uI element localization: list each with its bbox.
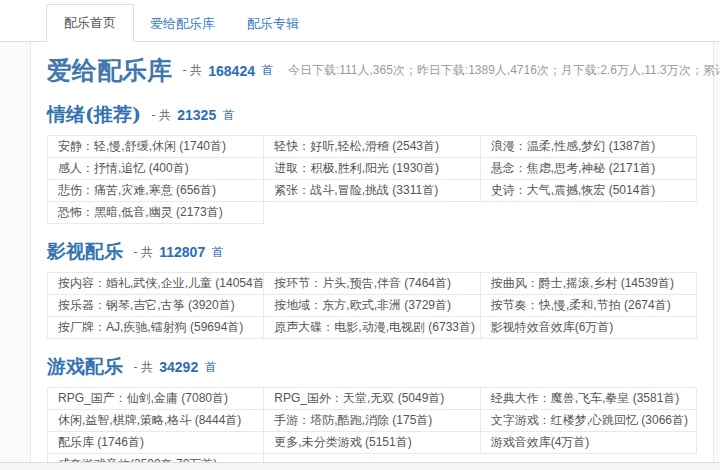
category-cell[interactable]: 经典大作：魔兽,飞车,拳皇 (3581首) xyxy=(480,388,696,410)
category-cell[interactable]: 游戏音效库(4万首) xyxy=(480,432,696,454)
tab-bar: 配乐首页爱给配乐库配乐专辑 xyxy=(46,4,315,42)
total-count: 168424 xyxy=(208,63,255,79)
footer-strip xyxy=(0,462,720,470)
table-row: 感人：抒情,追忆 (400首)进取：积极,胜利,阳光 (1930首)悬念：焦虑,… xyxy=(48,158,697,180)
category-table: 按内容：婚礼,武侠,企业,儿童 (14054首)按环节：片头,预告,伴音 (74… xyxy=(47,272,697,339)
section-title: 游戏配乐 xyxy=(47,355,123,377)
download-stats: 今日下载:111人,365次；昨日下载:1389人,4716次；月下载:2.6万… xyxy=(288,63,720,77)
section-count: 34292 xyxy=(159,359,198,375)
category-cell[interactable]: RPG_国外：天堂,无双 (5049首) xyxy=(264,388,480,410)
total-count-prefix: - 共 xyxy=(182,63,201,77)
section-count-suffix: 首 xyxy=(212,245,224,259)
category-cell[interactable]: 浪漫：温柔,性感,梦幻 (1387首) xyxy=(480,136,696,158)
category-cell[interactable]: 史诗：大气,震撼,恢宏 (5014首) xyxy=(480,180,696,202)
category-cell[interactable]: 按环节：片头,预告,伴音 (7464首) xyxy=(264,273,480,295)
section-header: 游戏配乐 - 共 34292 首 xyxy=(47,354,697,380)
category-cell[interactable]: 影视特效音效库(6万首) xyxy=(480,317,696,339)
sections: 情绪(推荐) - 共 21325 首 安静：轻,慢,舒缓,休闲 (1740首)轻… xyxy=(47,102,697,470)
total-count-suffix: 首 xyxy=(261,63,273,77)
table-row: 按乐器：钢琴,吉它,古筝 (3920首)按地域：东方,欧式,非洲 (3729首)… xyxy=(48,295,697,317)
category-table: 安静：轻,慢,舒缓,休闲 (1740首)轻快：好听,轻松,滑稽 (2543首)浪… xyxy=(47,135,697,224)
table-row: 休闲,益智,棋牌,策略,格斗 (8444首)手游：塔防,酷跑,消除 (175首)… xyxy=(48,410,697,432)
category-cell[interactable]: 按地域：东方,欧式,非洲 (3729首) xyxy=(264,295,480,317)
category-cell[interactable]: 按厂牌：AJ,疾驰,镭射狗 (59694首) xyxy=(48,317,264,339)
category-cell[interactable]: 进取：积极,胜利,阳光 (1930首) xyxy=(264,158,480,180)
category-cell[interactable]: 手游：塔防,酷跑,消除 (175首) xyxy=(264,410,480,432)
category-cell[interactable]: 文字游戏：红楼梦,心跳回忆 (3066首) xyxy=(480,410,696,432)
category-cell[interactable]: 悬念：焦虑,思考,神秘 (2171首) xyxy=(480,158,696,180)
section-count: 112807 xyxy=(159,244,205,260)
empty-cell xyxy=(264,202,480,224)
table-row: 安静：轻,慢,舒缓,休闲 (1740首)轻快：好听,轻松,滑稽 (2543首)浪… xyxy=(48,136,697,158)
category-cell[interactable]: RPG_国产：仙剑,金庸 (7080首) xyxy=(48,388,264,410)
category-cell[interactable]: 紧张：战斗,冒险,挑战 (3311首) xyxy=(264,180,480,202)
category-cell[interactable]: 悲伤：痛苦,灾难,寒意 (656首) xyxy=(48,180,264,202)
section-title: 情绪(推荐) xyxy=(47,103,141,125)
category-cell[interactable]: 感人：抒情,追忆 (400首) xyxy=(48,158,264,180)
section-count-prefix: - 共 xyxy=(133,245,152,259)
category-cell[interactable]: 按乐器：钢琴,吉它,古筝 (3920首) xyxy=(48,295,264,317)
tab-2[interactable]: 爱给配乐库 xyxy=(134,6,231,42)
section-count-suffix: 首 xyxy=(223,108,235,122)
table-row: 按内容：婚礼,武侠,企业,儿童 (14054首)按环节：片头,预告,伴音 (74… xyxy=(48,273,697,295)
section-title: 影视配乐 xyxy=(47,240,123,262)
category-cell[interactable]: 按曲风：爵士,摇滚,乡村 (14539首) xyxy=(480,273,696,295)
category-cell[interactable]: 配乐库 (1746首) xyxy=(48,432,264,454)
section-count: 21325 xyxy=(177,107,216,123)
page-title: 爱给配乐库 xyxy=(47,56,172,85)
section-count-prefix: - 共 xyxy=(133,360,152,374)
table-row: RPG_国产：仙剑,金庸 (7080首)RPG_国外：天堂,无双 (5049首)… xyxy=(48,388,697,410)
category-cell[interactable]: 安静：轻,慢,舒缓,休闲 (1740首) xyxy=(48,136,264,158)
section: 情绪(推荐) - 共 21325 首 安静：轻,慢,舒缓,休闲 (1740首)轻… xyxy=(47,102,697,224)
section-header: 影视配乐 - 共 112807 首 xyxy=(47,239,697,265)
table-row: 悲伤：痛苦,灾难,寒意 (656首)紧张：战斗,冒险,挑战 (3311首)史诗：… xyxy=(48,180,697,202)
library-header: 爱给配乐库 - 共 168424 首 今日下载:111人,365次；昨日下载:1… xyxy=(47,54,697,87)
tab-1[interactable]: 配乐首页 xyxy=(46,4,134,42)
section-count-suffix: 首 xyxy=(205,360,217,374)
content-panel: 爱给配乐库 - 共 168424 首 今日下载:111人,365次；昨日下载:1… xyxy=(30,42,714,462)
category-cell[interactable]: 更多,未分类游戏 (5151首) xyxy=(264,432,480,454)
table-row: 按厂牌：AJ,疾驰,镭射狗 (59694首)原声大碟：电影,动漫,电视剧 (67… xyxy=(48,317,697,339)
section: 游戏配乐 - 共 34292 首 RPG_国产：仙剑,金庸 (7080首)RPG… xyxy=(47,354,697,470)
section: 影视配乐 - 共 112807 首 按内容：婚礼,武侠,企业,儿童 (14054… xyxy=(47,239,697,339)
section-count-prefix: - 共 xyxy=(151,108,170,122)
category-cell[interactable]: 原声大碟：电影,动漫,电视剧 (6733首) xyxy=(264,317,480,339)
category-cell[interactable]: 轻快：好听,轻松,滑稽 (2543首) xyxy=(264,136,480,158)
category-cell[interactable]: 恐怖：黑暗,低音,幽灵 (2173首) xyxy=(48,202,264,224)
tab-bar-container: 配乐首页爱给配乐库配乐专辑 xyxy=(0,0,720,42)
category-cell[interactable]: 按内容：婚礼,武侠,企业,儿童 (14054首) xyxy=(48,273,264,295)
category-cell[interactable]: 休闲,益智,棋牌,策略,格斗 (8444首) xyxy=(48,410,264,432)
table-row: 恐怖：黑暗,低音,幽灵 (2173首) xyxy=(48,202,697,224)
table-row: 配乐库 (1746首)更多,未分类游戏 (5151首)游戏音效库(4万首) xyxy=(48,432,697,454)
category-table: RPG_国产：仙剑,金庸 (7080首)RPG_国外：天堂,无双 (5049首)… xyxy=(47,387,697,470)
category-cell[interactable]: 按节奏：快,慢,柔和,节拍 (2674首) xyxy=(480,295,696,317)
empty-cell xyxy=(480,202,696,224)
tab-3[interactable]: 配乐专辑 xyxy=(231,6,315,42)
section-header: 情绪(推荐) - 共 21325 首 xyxy=(47,102,697,128)
